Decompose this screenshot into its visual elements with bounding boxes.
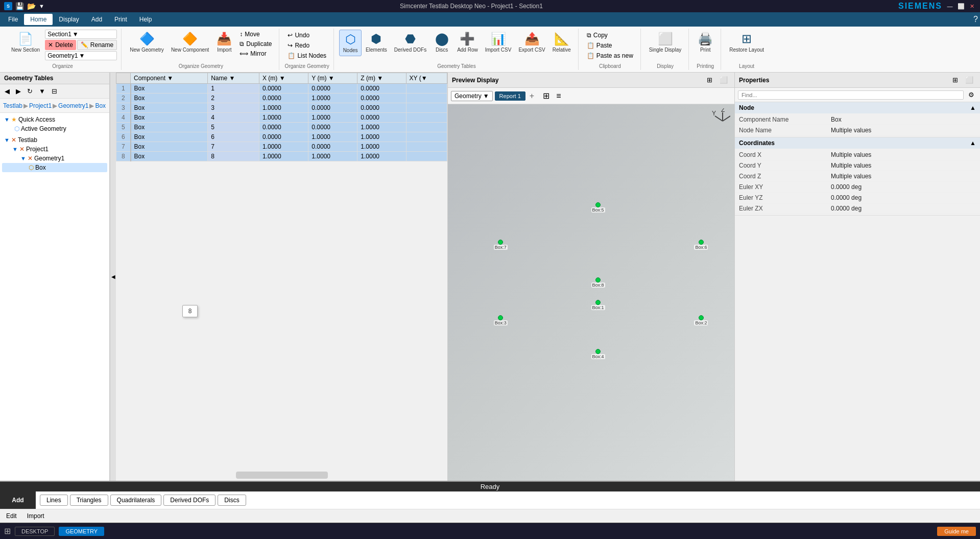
undo-button[interactable]: ↩ Undo: [284, 31, 313, 40]
view-icon-button2[interactable]: ≡: [554, 89, 563, 102]
table-row[interactable]: 6 Box 6 0.0000 1.0000 1.0000: [116, 132, 447, 142]
col-name[interactable]: Name ▼: [208, 73, 259, 84]
import-bottom-button[interactable]: Import: [25, 511, 46, 521]
quick-access-save[interactable]: 💾: [15, 2, 24, 10]
elements-button[interactable]: ⬢ Elements: [363, 30, 390, 55]
move-button[interactable]: ↕ Move: [236, 30, 275, 39]
menu-help[interactable]: Help: [133, 14, 158, 25]
refresh-button[interactable]: ↻: [25, 86, 35, 97]
coordinates-section-header[interactable]: Coordinates ▲: [735, 137, 980, 149]
properties-tile-button[interactable]: ⊞: [950, 75, 961, 85]
menu-file[interactable]: File: [2, 14, 24, 25]
add-report-button[interactable]: +: [528, 91, 536, 101]
breadcrumb-geometry1[interactable]: Geometry1: [58, 102, 88, 109]
breadcrumb-box[interactable]: Box: [95, 102, 106, 109]
new-geometry-button[interactable]: 🔷 New Geometry: [127, 30, 167, 55]
new-component-button[interactable]: 🔶 New Component: [168, 30, 212, 55]
tree-item-active-geometry[interactable]: ⬡ Active Geometry: [2, 124, 107, 133]
table-row[interactable]: 3 Box 3 1.0000 0.0000 0.0000: [116, 103, 447, 113]
nodes-button[interactable]: ⬡ Nodes: [339, 30, 362, 56]
tab-discs[interactable]: Discs: [218, 495, 246, 506]
properties-maximize-button[interactable]: ⬜: [963, 75, 976, 85]
tab-derived-dofs[interactable]: Derived DOFs: [163, 495, 216, 506]
table-row[interactable]: 8 Box 8 1.0000 1.0000 1.0000: [116, 152, 447, 161]
3d-view[interactable]: X Y Z Box:1 Box:2: [448, 104, 734, 481]
delete-button[interactable]: ✕ Delete: [45, 40, 76, 50]
geometry-dropdown-preview[interactable]: Geometry ▼: [451, 91, 493, 101]
filter-button[interactable]: ⊟: [49, 86, 60, 97]
preview-maximize-button[interactable]: ⬜: [717, 75, 730, 85]
taskbar-desktop-button[interactable]: DESKTOP: [15, 527, 55, 536]
preview-tile-button[interactable]: ⊞: [704, 75, 715, 85]
redo-button[interactable]: ↪ Redo: [284, 41, 313, 50]
menu-add[interactable]: Add: [85, 14, 108, 25]
derived-dofs-button[interactable]: ⬣ Derived DOFs: [391, 30, 429, 55]
tab-triangles[interactable]: Triangles: [70, 495, 108, 506]
properties-settings-button[interactable]: ⚙: [966, 89, 977, 100]
back-button[interactable]: ◀: [2, 86, 12, 97]
duplicate-button[interactable]: ⧉ Duplicate: [236, 39, 275, 49]
col-xy[interactable]: XY (▼: [406, 73, 447, 84]
quick-access-arrow[interactable]: ▼: [39, 3, 44, 9]
table-row[interactable]: 2 Box 2 0.0000 1.0000 0.0000: [116, 93, 447, 103]
breadcrumb-testlab[interactable]: Testlab: [3, 102, 22, 109]
print-button[interactable]: 🖨️ Print: [694, 30, 716, 55]
properties-search-input[interactable]: [738, 90, 964, 100]
tree-item-project1[interactable]: ▼ ✕ Project1: [2, 145, 107, 154]
export-csv-button[interactable]: 📤 Export CSV: [515, 30, 548, 55]
view-icon-button1[interactable]: ⊞: [540, 89, 552, 102]
tab-quadrilaterals[interactable]: Quadrilaterals: [110, 495, 162, 506]
discs-button[interactable]: ⬤ Discs: [431, 30, 453, 55]
breadcrumb-project1[interactable]: Project1: [29, 102, 52, 109]
paste-as-new-button[interactable]: 📋 Paste as new: [584, 51, 636, 60]
col-z[interactable]: Z (m) ▼: [357, 73, 406, 84]
edit-import-bar: Edit Import: [0, 509, 980, 523]
node-section-header[interactable]: Node ▲: [735, 102, 980, 113]
tab-lines[interactable]: Lines: [40, 495, 68, 506]
col-y[interactable]: Y (m) ▼: [308, 73, 357, 84]
section-dropdown[interactable]: Section1 ▼: [45, 30, 117, 39]
forward-button[interactable]: ▶: [13, 86, 23, 97]
rename-button[interactable]: ✏️ Rename: [77, 40, 117, 50]
report-tab[interactable]: Report 1: [495, 91, 525, 101]
minimize-button[interactable]: —: [946, 3, 953, 10]
guide-me-button[interactable]: Guide me: [937, 527, 976, 536]
import-button[interactable]: 📥 Import: [213, 30, 235, 55]
close-button[interactable]: ✕: [969, 3, 976, 10]
import-csv-button[interactable]: 📊 Import CSV: [482, 30, 515, 55]
relative-button[interactable]: 📐 Relative: [549, 30, 574, 55]
geometry-dropdown[interactable]: Geometry1 ▼: [45, 51, 117, 60]
taskbar-grid-icon[interactable]: ⊞: [4, 526, 11, 536]
tree-item-box[interactable]: ⬡ Box: [2, 163, 107, 172]
edit-button[interactable]: Edit: [4, 511, 19, 521]
single-display-button[interactable]: ⬜ Single Display: [646, 30, 684, 55]
col-x[interactable]: X (m) ▼: [259, 73, 308, 84]
cell-component: Box: [131, 113, 208, 123]
menu-display[interactable]: Display: [53, 14, 85, 25]
copy-button[interactable]: ⧉ Copy: [584, 31, 611, 40]
taskbar-geometry-button[interactable]: GEOMETRY: [59, 527, 104, 536]
table-row[interactable]: 7 Box 7 1.0000 0.0000 1.0000: [116, 142, 447, 152]
col-component[interactable]: Component ▼: [131, 73, 208, 84]
nav-arrow-button[interactable]: ▼: [36, 86, 48, 97]
tree-item-quick-access[interactable]: ▼ ★ Quick Access: [2, 115, 107, 124]
mirror-button[interactable]: ⟺ Mirror: [236, 49, 275, 58]
tree-item-testlab[interactable]: ▼ ✕ Testlab: [2, 135, 107, 145]
help-icon[interactable]: ?: [973, 15, 978, 24]
restore-layout-button[interactable]: ⊞ Restore Layout: [726, 30, 767, 55]
new-section-button[interactable]: 📄 New Section: [8, 30, 43, 60]
maximize-button[interactable]: ⬜: [958, 3, 965, 10]
tree-item-geometry1[interactable]: ▼ ✕ Geometry1: [2, 154, 107, 163]
table-row[interactable]: 5 Box 5 0.0000 0.0000 1.0000: [116, 123, 447, 132]
add-row-button[interactable]: ➕ Add Row: [454, 30, 481, 55]
horizontal-scrollbar[interactable]: [236, 472, 328, 479]
paste-button[interactable]: 📋 Paste: [584, 41, 615, 50]
table-row[interactable]: 1 Box 1 0.0000 0.0000 0.0000: [116, 84, 447, 93]
quick-access-open[interactable]: 📂: [27, 2, 36, 10]
table-row[interactable]: 4 Box 4 1.0000 1.0000 0.0000: [116, 113, 447, 123]
list-nodes-button[interactable]: 📋 List Nodes: [284, 51, 329, 60]
add-button[interactable]: Add: [0, 491, 36, 509]
menu-home[interactable]: Home: [24, 14, 53, 25]
menu-print[interactable]: Print: [108, 14, 133, 25]
panel-collapse-handle[interactable]: ◀: [110, 73, 116, 481]
